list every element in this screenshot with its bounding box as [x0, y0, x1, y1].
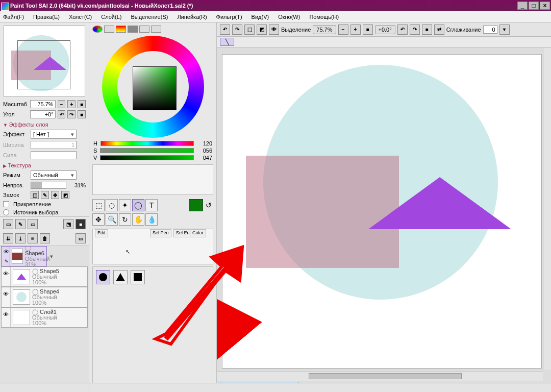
- navigator[interactable]: [4, 26, 85, 97]
- swap-colors-icon[interactable]: ↺: [204, 199, 213, 211]
- wand-tool[interactable]: ✦: [119, 199, 131, 211]
- scratch-pad[interactable]: [92, 164, 213, 195]
- canvas-rotate-reset[interactable]: ■: [422, 24, 432, 35]
- aa-value[interactable]: 0: [483, 26, 497, 34]
- text-tool[interactable]: T: [145, 199, 158, 211]
- rotate-ccw-button[interactable]: ↶: [58, 110, 66, 118]
- menu-canvas[interactable]: Холст(C): [69, 14, 92, 20]
- line-tool-icon[interactable]: ╲: [220, 38, 234, 46]
- new-folder-button[interactable]: ▭: [28, 219, 38, 229]
- canvas-angle-value[interactable]: +0.0°: [375, 25, 395, 34]
- lock-alpha-button[interactable]: ◫: [31, 191, 39, 199]
- horizontal-scrollbar[interactable]: [217, 372, 543, 381]
- scratchpad-tab[interactable]: [151, 26, 161, 33]
- val-slider[interactable]: [100, 155, 194, 160]
- redo-button[interactable]: ↷: [232, 24, 242, 35]
- eye-icon[interactable]: 👁: [3, 291, 9, 297]
- preset-square[interactable]: [131, 270, 145, 284]
- subtool-edit[interactable]: Edit: [95, 229, 108, 237]
- canvas-zoom-out[interactable]: −: [338, 24, 348, 35]
- minimize-button[interactable]: _: [517, 2, 528, 10]
- show-sel-button[interactable]: 👁: [269, 24, 279, 35]
- layer-option-button[interactable]: ▭: [76, 233, 86, 243]
- mask-button[interactable]: ⬔: [63, 219, 73, 229]
- angle-value[interactable]: +0°: [30, 110, 55, 118]
- effect-select[interactable]: [ Нет ]: [31, 130, 77, 139]
- menu-selection[interactable]: Выделение(S): [131, 14, 168, 20]
- invert-sel-button[interactable]: ◩: [257, 24, 267, 35]
- canvas-zoom-fit[interactable]: ■: [363, 24, 373, 35]
- canvas-zoom-in[interactable]: +: [350, 24, 361, 35]
- aa-toggle[interactable]: ▾: [499, 24, 510, 35]
- canvas-rotate-ccw[interactable]: ↶: [397, 24, 408, 35]
- flip-button[interactable]: ⇄: [434, 24, 444, 35]
- left-scroll[interactable]: [0, 383, 89, 392]
- eyedropper-tool[interactable]: 💧: [145, 213, 158, 226]
- zoom-tool[interactable]: 🔍: [106, 213, 118, 226]
- delete-layer-button[interactable]: 🗑: [40, 233, 50, 243]
- menu-edit[interactable]: Правка(E): [33, 14, 60, 20]
- vertical-scrollbar[interactable]: [543, 48, 551, 370]
- flatten-button[interactable]: ≡: [28, 233, 38, 243]
- rotate-tool[interactable]: ↻: [119, 213, 131, 226]
- rect-select-tool[interactable]: ⬚: [92, 199, 105, 211]
- clear-button[interactable]: ■: [76, 219, 86, 229]
- source-radio[interactable]: [3, 209, 9, 215]
- menu-help[interactable]: Помощь(H): [309, 14, 339, 20]
- swatches-tab[interactable]: [139, 26, 149, 33]
- eye-icon[interactable]: 👁: [3, 271, 9, 277]
- layer-effects-header[interactable]: Эффекты слоя: [0, 119, 89, 129]
- menu-filter[interactable]: Фильтр(T): [216, 14, 242, 20]
- menu-file[interactable]: Файл(F): [3, 14, 24, 20]
- rotate-reset-button[interactable]: ■: [78, 110, 86, 118]
- lock-move-button[interactable]: ✥: [51, 191, 59, 199]
- menu-layer[interactable]: Слой(L): [101, 14, 121, 20]
- lock-paint-button[interactable]: ✎: [41, 191, 49, 199]
- sat-slider[interactable]: [100, 148, 194, 153]
- layer-row[interactable]: 👁◯ Shape5Обычный100%: [1, 266, 88, 287]
- sv-picker[interactable]: [133, 66, 177, 110]
- eye-icon[interactable]: 👁: [3, 311, 9, 317]
- subtool-selpen[interactable]: Sel Pen: [150, 229, 171, 237]
- eye-icon[interactable]: 👁: [4, 249, 9, 255]
- canvas-zoom-value[interactable]: 75.7%: [313, 25, 336, 34]
- layer-row[interactable]: 👁◯ Слой1Обычный100%: [1, 307, 88, 328]
- gray-tab[interactable]: [128, 26, 138, 33]
- new-layer-button[interactable]: ▭: [3, 219, 13, 229]
- menu-window[interactable]: Окно(W): [278, 14, 300, 20]
- layer-row[interactable]: 👁✎◯ Shape6Обычный31%: [1, 246, 47, 266]
- menu-view[interactable]: Вид(V): [252, 14, 269, 20]
- hue-slider[interactable]: [101, 141, 194, 146]
- menu-ruler[interactable]: Линейка(R): [177, 14, 207, 20]
- zoom-in-button[interactable]: +: [67, 100, 76, 108]
- lock-all-button[interactable]: ◩: [61, 191, 69, 199]
- canvas-rotate-cw[interactable]: ↷: [410, 24, 420, 35]
- lasso-tool[interactable]: ◌: [106, 199, 118, 211]
- preset-triangle[interactable]: [113, 270, 128, 284]
- merge-down-button[interactable]: ⇊: [3, 233, 13, 243]
- hsv-tab[interactable]: [116, 26, 126, 33]
- close-button[interactable]: ×: [540, 2, 550, 10]
- pin-checkbox[interactable]: [3, 201, 9, 207]
- rotate-cw-button[interactable]: ↷: [67, 110, 76, 118]
- new-vector-layer-button[interactable]: ✎: [15, 219, 26, 229]
- opacity-slider[interactable]: [31, 182, 66, 189]
- texture-header[interactable]: Текстура: [0, 160, 89, 169]
- maximize-button[interactable]: □: [529, 2, 539, 10]
- layer-row[interactable]: 👁◯ Shape4Обычный100%: [1, 287, 88, 307]
- preset-circle[interactable]: [96, 270, 110, 284]
- undo-button[interactable]: ↶: [220, 24, 230, 35]
- zoom-fit-button[interactable]: ■: [78, 100, 86, 108]
- zoom-out-button[interactable]: −: [58, 100, 66, 108]
- hand-tool[interactable]: ✋: [132, 213, 144, 226]
- move-tool[interactable]: ✥: [92, 213, 105, 226]
- blend-mode-select[interactable]: Обычный: [31, 170, 77, 180]
- color-wheel-tab[interactable]: [92, 26, 103, 33]
- pen-icon[interactable]: ✎: [5, 259, 9, 264]
- subtool-color[interactable]: Color: [190, 229, 206, 237]
- canvas[interactable]: [222, 54, 542, 369]
- transfer-down-button[interactable]: ⤓: [15, 233, 26, 243]
- color-wheel[interactable]: [102, 36, 204, 138]
- deselect-button[interactable]: ⬚: [244, 24, 255, 35]
- rgb-tab[interactable]: [104, 26, 114, 33]
